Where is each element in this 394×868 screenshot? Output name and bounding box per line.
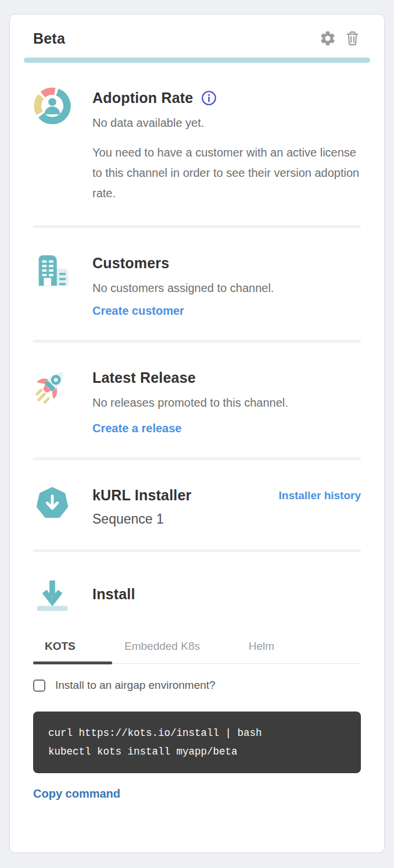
customers-section: Customers No customers assigned to chann… bbox=[33, 228, 361, 340]
tab-helm[interactable]: Helm bbox=[212, 633, 311, 663]
channel-title: Beta bbox=[33, 30, 65, 47]
tab-kots[interactable]: KOTS bbox=[33, 633, 112, 663]
trash-icon[interactable] bbox=[344, 30, 361, 47]
airgap-label: Install to an airgap environment? bbox=[55, 679, 216, 692]
channel-card: Beta Adoption Rate bbox=[9, 14, 385, 853]
code-line-kubectl: kubectl kots install myapp/beta bbox=[48, 742, 346, 761]
release-empty-message: No releases promoted to this channel. bbox=[92, 395, 361, 410]
install-command-block: curl https://kots.io/install | bash kube… bbox=[33, 712, 361, 773]
tab-embedded-k8s[interactable]: Embedded K8s bbox=[112, 633, 212, 663]
adoption-description: You need to have a customer with an acti… bbox=[92, 143, 361, 203]
download-arrow-icon bbox=[33, 576, 71, 617]
rocket-icon bbox=[33, 367, 71, 435]
installer-sequence: Sequence 1 bbox=[92, 511, 361, 527]
channel-color-bar bbox=[24, 58, 370, 63]
customers-empty-message: No customers assigned to channel. bbox=[92, 280, 361, 296]
airgap-option-row: Install to an airgap environment? bbox=[33, 679, 361, 692]
kurl-installer-section: kURL Installer Installer history Sequenc… bbox=[33, 460, 361, 549]
donut-chart-person-icon bbox=[33, 87, 71, 203]
info-icon[interactable] bbox=[201, 90, 217, 106]
install-section-header: Install bbox=[33, 552, 361, 617]
install-title: Install bbox=[92, 579, 361, 603]
create-customer-link[interactable]: Create customer bbox=[92, 304, 184, 318]
heptagon-download-icon bbox=[33, 484, 71, 527]
install-tabs: KOTS Embedded K8s Helm bbox=[33, 633, 361, 664]
header-actions bbox=[319, 30, 361, 47]
latest-release-section: Latest Release No releases promoted to t… bbox=[33, 343, 361, 457]
copy-command-link[interactable]: Copy command bbox=[33, 787, 120, 801]
airgap-checkbox[interactable] bbox=[33, 680, 45, 692]
latest-release-title: Latest Release bbox=[92, 369, 361, 386]
adoption-rate-section: Adoption Rate No data available yet. You… bbox=[33, 63, 361, 225]
adoption-empty-message: No data available yet. bbox=[92, 115, 361, 130]
installer-history-link[interactable]: Installer history bbox=[279, 489, 361, 502]
adoption-rate-title: Adoption Rate bbox=[92, 90, 193, 106]
gear-icon[interactable] bbox=[319, 30, 336, 47]
buildings-icon bbox=[33, 252, 71, 318]
code-line-curl: curl https://kots.io/install | bash bbox=[48, 724, 346, 742]
create-release-link[interactable]: Create a release bbox=[92, 422, 181, 435]
kurl-installer-title: kURL Installer bbox=[92, 487, 191, 504]
customers-title: Customers bbox=[92, 255, 361, 272]
card-header: Beta bbox=[33, 30, 361, 47]
